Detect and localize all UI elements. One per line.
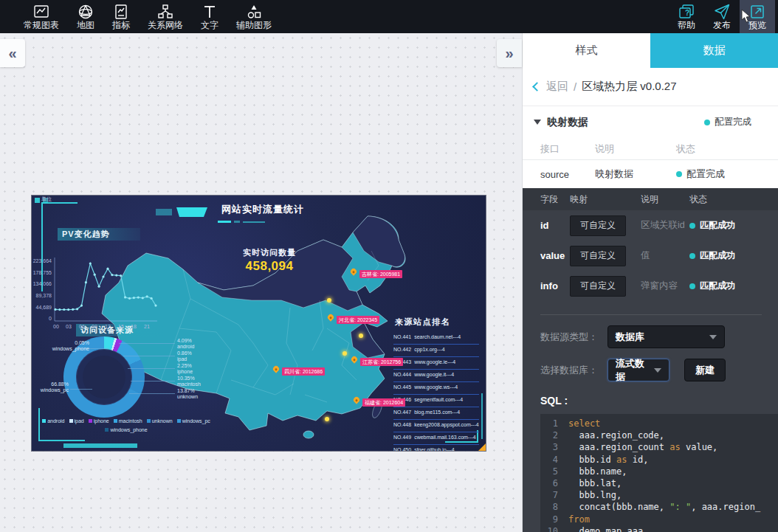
status-dot [676, 171, 682, 177]
menu-item-label: 辅助图形 [236, 21, 272, 30]
database-select-label: 选择数据库： [540, 364, 607, 377]
menu-item-network[interactable]: 关系网络 [139, 0, 192, 33]
visits-value: 458,094 [225, 259, 314, 274]
leader-line [129, 393, 175, 394]
custom-mapping-button[interactable]: 可自定义 [570, 246, 626, 266]
back-chevron-icon[interactable] [532, 82, 542, 91]
legend-swatch [69, 419, 73, 423]
column-header: 接口 [523, 142, 595, 156]
y-tick: 0 [32, 316, 52, 321]
toolbar-action-label: 发布 [713, 21, 731, 30]
status-dot [689, 253, 695, 259]
chart-icon [33, 4, 49, 20]
x-tick: 03 [63, 324, 75, 329]
custom-mapping-button[interactable]: 可自定义 [570, 215, 626, 236]
menu-item-map[interactable]: 地图 [68, 0, 103, 33]
sql-line: 8 concat(bbb.name, ": ", aaa.region_ [540, 501, 778, 513]
map-icon [78, 4, 94, 20]
chevron-down-icon [654, 368, 661, 373]
data-config-section: 字段 映射 说明 状态 id 可自定义 区域关联id 匹配成功 value 可自… [523, 188, 778, 532]
site-rank-item: NO.442cpp1x.org---4 [393, 347, 479, 357]
pv-section-title: PV变化趋势 [58, 228, 140, 241]
database-select[interactable]: 流式数据 [607, 359, 669, 381]
menu-item-label: 地图 [77, 21, 94, 30]
site-rank-item: NO.443www.google.ie---4 [393, 359, 479, 370]
leader-line [123, 356, 175, 356]
donut-label-windows-pc: 66.88%windows_pc [32, 381, 69, 393]
interface-name: source [523, 169, 595, 180]
field-row-info: info 可自定义 弹窗内容 匹配成功 [523, 271, 778, 301]
donut-legend-row1: android ipad iphone macintosh unknown wi… [38, 418, 215, 424]
resize-handle [478, 443, 486, 451]
sql-line: 2 aaa.region_code, [540, 429, 778, 441]
site-rank-item: NO.446segmentfault.com---4 [393, 397, 479, 407]
editor-canvas[interactable]: « » [0, 33, 522, 532]
map-point [359, 334, 363, 338]
site-rank-item: NO.444www.google.it---4 [393, 372, 479, 382]
donut-label-unknown: 13.87%unknown [177, 388, 198, 400]
visits-label: 实时访问数量 [225, 247, 314, 258]
preview-button[interactable]: 预览 [740, 0, 775, 33]
svg-text:?: ? [685, 9, 689, 17]
publish-button[interactable]: 发布 [704, 0, 740, 33]
section-divider [540, 314, 762, 315]
chevron-down-icon [709, 335, 717, 339]
interface-row-source: source 映射数据 配置完成 [523, 160, 778, 188]
tab-style[interactable]: 样式 [523, 33, 650, 68]
toolbar-action-label: 帮助 [678, 21, 695, 30]
site-rank-item: NO.441search.daum.net---4 [393, 334, 479, 345]
leader-line [119, 343, 175, 344]
help-button[interactable]: ? 帮助 [669, 0, 704, 33]
sql-line: 4 bbb.id as id, [540, 454, 778, 466]
site-rank-item: NO.450sfger.github.io---4 [393, 447, 479, 451]
status-dot [689, 223, 695, 229]
legend-swatch [42, 419, 46, 423]
donut-legend-row2: windows_phone [38, 427, 215, 432]
y-tick: 134,066 [32, 281, 52, 286]
custom-mapping-button[interactable]: 可自定义 [570, 276, 626, 297]
toolbar-action-label: 预览 [748, 21, 766, 30]
x-tick: 18 [128, 324, 140, 329]
map-point [327, 298, 331, 303]
menu-item-text[interactable]: 文字 [192, 0, 227, 33]
field-row-id: id 可自定义 区域关联id 匹配成功 [523, 210, 778, 241]
breadcrumb-separator: / [574, 80, 576, 93]
collapse-left-button[interactable]: « [0, 39, 25, 67]
status-dot [689, 283, 695, 289]
field-status: 匹配成功 [700, 249, 735, 262]
donut-label-iphone: 2.25%iphone [177, 363, 193, 375]
database-select-row: 选择数据库： 流式数据 新建 [540, 359, 760, 381]
site-rank-item: NO.449cwebmail.mail.163.com---4 [393, 435, 479, 445]
collapse-right-button[interactable]: » [497, 39, 522, 67]
donut-label-windows-phone: 0.05%windows_phone [42, 340, 89, 352]
new-database-button[interactable]: 新建 [684, 359, 726, 381]
menu-item-indicator[interactable]: 指标 [103, 0, 139, 33]
site-rank-item: NO.447blog.me115.com---4 [393, 410, 479, 420]
legend-swatch [89, 419, 92, 423]
dashboard-preview[interactable]: 网站实时流量统计 PV变化趋势 访问设备来源 实时访问数量 458,094 单位… [32, 196, 486, 451]
breadcrumb: 返回 / 区域热力层 v0.0.27 [523, 68, 778, 106]
back-link[interactable]: 返回 [546, 80, 568, 94]
mapping-status: 配置完成 [715, 116, 751, 128]
dashboard-title: 网站实时流量统计 [207, 203, 318, 216]
column-header: 状态 [676, 142, 778, 156]
sql-line: 9from [540, 514, 778, 525]
publish-icon [714, 4, 730, 20]
column-header: 说明 [641, 193, 689, 206]
leader-line [128, 368, 175, 369]
donut-label-macintosh: 10.35%macintosh [177, 376, 201, 387]
datasource-type-select[interactable]: 数据库 [607, 325, 725, 348]
tab-data[interactable]: 数据 [650, 33, 778, 68]
field-name: id [523, 220, 570, 231]
menu-item-shapes[interactable]: 辅助图形 [227, 0, 280, 33]
menu-item-charts[interactable]: 常规图表 [15, 0, 68, 33]
interface-table: 接口 说明 状态 source 映射数据 配置完成 [523, 138, 778, 188]
y-axis-unit: 单位 [32, 196, 52, 203]
field-row-value: value 可自定义 值 匹配成功 [523, 241, 778, 271]
map-marker-label: 江苏省: 2012756 [360, 358, 403, 366]
sql-editor[interactable]: 1select 2 aaa.region_code, 3 aaa.region_… [540, 414, 778, 532]
mapping-section-header[interactable]: 映射数据 配置完成 [523, 106, 778, 138]
collapse-triangle-icon[interactable] [534, 120, 541, 125]
indicator-icon [113, 4, 129, 20]
app-window: 常规图表 地图 指标 关系网络 文字 辅助图形 [0, 0, 778, 532]
